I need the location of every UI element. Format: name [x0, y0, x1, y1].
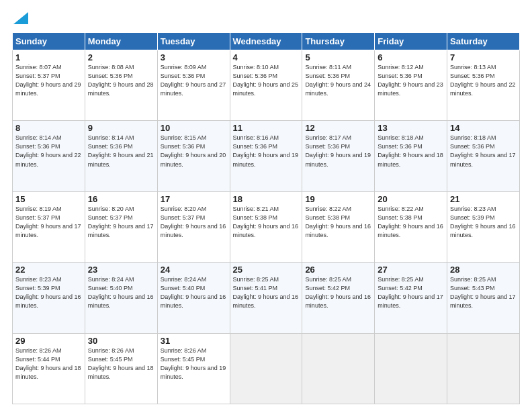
calendar-cell: 28Sunrise: 8:25 AM Sunset: 5:43 PM Dayli… — [447, 263, 520, 333]
cell-details: Sunrise: 8:08 AM Sunset: 5:36 PM Dayligh… — [88, 63, 154, 98]
day-number: 8 — [15, 123, 82, 133]
cell-details: Sunrise: 8:25 AM Sunset: 5:42 PM Dayligh… — [305, 275, 371, 310]
header — [12, 12, 520, 26]
day-number: 2 — [88, 52, 154, 62]
day-header-friday: Friday — [375, 33, 447, 50]
calendar-cell: 8Sunrise: 8:14 AM Sunset: 5:36 PM Daylig… — [13, 121, 85, 191]
calendar: SundayMondayTuesdayWednesdayThursdayFrid… — [12, 32, 520, 404]
day-number: 25 — [233, 265, 300, 275]
calendar-cell: 21Sunrise: 8:23 AM Sunset: 5:39 PM Dayli… — [447, 191, 520, 262]
cell-details: Sunrise: 8:26 AM Sunset: 5:44 PM Dayligh… — [15, 347, 82, 381]
logo-arrow-icon — [13, 12, 28, 24]
cell-details: Sunrise: 8:21 AM Sunset: 5:38 PM Dayligh… — [233, 205, 300, 240]
day-number: 30 — [88, 336, 154, 346]
calendar-cell: 20Sunrise: 8:22 AM Sunset: 5:38 PM Dayli… — [375, 191, 447, 262]
cell-details: Sunrise: 8:18 AM Sunset: 5:36 PM Dayligh… — [450, 134, 517, 169]
day-number: 22 — [15, 265, 82, 275]
page: SundayMondayTuesdayWednesdayThursdayFrid… — [0, 0, 532, 411]
cell-details: Sunrise: 8:23 AM Sunset: 5:39 PM Dayligh… — [450, 205, 517, 240]
cell-details: Sunrise: 8:18 AM Sunset: 5:36 PM Dayligh… — [378, 134, 444, 169]
day-header-monday: Monday — [85, 33, 157, 50]
cell-details: Sunrise: 8:12 AM Sunset: 5:36 PM Dayligh… — [378, 63, 444, 98]
calendar-cell: 12Sunrise: 8:17 AM Sunset: 5:36 PM Dayli… — [302, 121, 375, 191]
calendar-cell — [447, 333, 520, 404]
day-number: 27 — [378, 265, 444, 275]
calendar-week-1: 1Sunrise: 8:07 AM Sunset: 5:37 PM Daylig… — [13, 50, 520, 121]
cell-details: Sunrise: 8:19 AM Sunset: 5:37 PM Dayligh… — [15, 205, 82, 240]
day-number: 14 — [450, 123, 517, 133]
cell-details: Sunrise: 8:14 AM Sunset: 5:36 PM Dayligh… — [88, 134, 154, 169]
day-header-saturday: Saturday — [447, 33, 520, 50]
cell-details: Sunrise: 8:22 AM Sunset: 5:38 PM Dayligh… — [378, 205, 444, 240]
day-number: 11 — [233, 123, 300, 133]
cell-details: Sunrise: 8:25 AM Sunset: 5:42 PM Dayligh… — [378, 275, 444, 310]
day-number: 17 — [161, 194, 227, 204]
calendar-cell — [230, 333, 302, 404]
calendar-cell: 25Sunrise: 8:25 AM Sunset: 5:41 PM Dayli… — [230, 263, 302, 333]
day-header-tuesday: Tuesday — [157, 33, 230, 50]
calendar-cell: 2Sunrise: 8:08 AM Sunset: 5:36 PM Daylig… — [85, 50, 157, 121]
cell-details: Sunrise: 8:23 AM Sunset: 5:39 PM Dayligh… — [15, 275, 82, 310]
day-number: 6 — [378, 52, 444, 62]
calendar-cell: 6Sunrise: 8:12 AM Sunset: 5:36 PM Daylig… — [375, 50, 447, 121]
calendar-cell: 18Sunrise: 8:21 AM Sunset: 5:38 PM Dayli… — [230, 191, 302, 262]
day-number: 18 — [233, 194, 300, 204]
cell-details: Sunrise: 8:14 AM Sunset: 5:36 PM Dayligh… — [15, 134, 82, 169]
day-number: 5 — [305, 52, 371, 62]
svg-marker-0 — [13, 12, 28, 24]
cell-details: Sunrise: 8:15 AM Sunset: 5:36 PM Dayligh… — [161, 134, 227, 169]
calendar-cell: 19Sunrise: 8:22 AM Sunset: 5:38 PM Dayli… — [302, 191, 375, 262]
calendar-cell: 1Sunrise: 8:07 AM Sunset: 5:37 PM Daylig… — [13, 50, 85, 121]
cell-details: Sunrise: 8:16 AM Sunset: 5:36 PM Dayligh… — [233, 134, 300, 169]
calendar-cell: 10Sunrise: 8:15 AM Sunset: 5:36 PM Dayli… — [157, 121, 230, 191]
day-number: 29 — [15, 336, 82, 346]
calendar-week-3: 15Sunrise: 8:19 AM Sunset: 5:37 PM Dayli… — [13, 191, 520, 262]
day-header-thursday: Thursday — [302, 33, 375, 50]
day-number: 16 — [88, 194, 154, 204]
calendar-cell — [375, 333, 447, 404]
calendar-cell: 9Sunrise: 8:14 AM Sunset: 5:36 PM Daylig… — [85, 121, 157, 191]
cell-details: Sunrise: 8:24 AM Sunset: 5:40 PM Dayligh… — [88, 275, 154, 310]
cell-details: Sunrise: 8:10 AM Sunset: 5:36 PM Dayligh… — [233, 63, 300, 98]
calendar-cell: 29Sunrise: 8:26 AM Sunset: 5:44 PM Dayli… — [13, 333, 85, 404]
cell-details: Sunrise: 8:26 AM Sunset: 5:45 PM Dayligh… — [161, 347, 227, 381]
calendar-cell: 22Sunrise: 8:23 AM Sunset: 5:39 PM Dayli… — [13, 263, 85, 333]
calendar-cell: 31Sunrise: 8:26 AM Sunset: 5:45 PM Dayli… — [157, 333, 230, 404]
day-header-sunday: Sunday — [13, 33, 85, 50]
calendar-cell: 4Sunrise: 8:10 AM Sunset: 5:36 PM Daylig… — [230, 50, 302, 121]
cell-details: Sunrise: 8:20 AM Sunset: 5:37 PM Dayligh… — [161, 205, 227, 240]
calendar-cell: 16Sunrise: 8:20 AM Sunset: 5:37 PM Dayli… — [85, 191, 157, 262]
day-number: 13 — [378, 123, 444, 133]
day-number: 9 — [88, 123, 154, 133]
day-number: 31 — [161, 336, 227, 346]
day-number: 23 — [88, 265, 154, 275]
calendar-cell: 15Sunrise: 8:19 AM Sunset: 5:37 PM Dayli… — [13, 191, 85, 262]
calendar-cell: 7Sunrise: 8:13 AM Sunset: 5:36 PM Daylig… — [447, 50, 520, 121]
cell-details: Sunrise: 8:17 AM Sunset: 5:36 PM Dayligh… — [305, 134, 371, 169]
calendar-cell: 23Sunrise: 8:24 AM Sunset: 5:40 PM Dayli… — [85, 263, 157, 333]
day-number: 24 — [161, 265, 227, 275]
day-header-wednesday: Wednesday — [230, 33, 302, 50]
day-number: 15 — [15, 194, 82, 204]
calendar-header-row: SundayMondayTuesdayWednesdayThursdayFrid… — [13, 33, 520, 50]
calendar-cell: 5Sunrise: 8:11 AM Sunset: 5:36 PM Daylig… — [302, 50, 375, 121]
calendar-week-5: 29Sunrise: 8:26 AM Sunset: 5:44 PM Dayli… — [13, 333, 520, 404]
day-number: 26 — [305, 265, 371, 275]
calendar-cell: 11Sunrise: 8:16 AM Sunset: 5:36 PM Dayli… — [230, 121, 302, 191]
day-number: 1 — [15, 52, 82, 62]
cell-details: Sunrise: 8:24 AM Sunset: 5:40 PM Dayligh… — [161, 275, 227, 310]
cell-details: Sunrise: 8:25 AM Sunset: 5:41 PM Dayligh… — [233, 275, 300, 310]
calendar-cell: 26Sunrise: 8:25 AM Sunset: 5:42 PM Dayli… — [302, 263, 375, 333]
day-number: 20 — [378, 194, 444, 204]
calendar-cell: 13Sunrise: 8:18 AM Sunset: 5:36 PM Dayli… — [375, 121, 447, 191]
calendar-week-2: 8Sunrise: 8:14 AM Sunset: 5:36 PM Daylig… — [13, 121, 520, 191]
cell-details: Sunrise: 8:13 AM Sunset: 5:36 PM Dayligh… — [450, 63, 517, 98]
logo — [12, 12, 28, 26]
day-number: 10 — [161, 123, 227, 133]
cell-details: Sunrise: 8:25 AM Sunset: 5:43 PM Dayligh… — [450, 275, 517, 310]
calendar-cell: 3Sunrise: 8:09 AM Sunset: 5:36 PM Daylig… — [157, 50, 230, 121]
calendar-cell: 30Sunrise: 8:26 AM Sunset: 5:45 PM Dayli… — [85, 333, 157, 404]
cell-details: Sunrise: 8:09 AM Sunset: 5:36 PM Dayligh… — [161, 63, 227, 98]
day-number: 3 — [161, 52, 227, 62]
calendar-cell: 27Sunrise: 8:25 AM Sunset: 5:42 PM Dayli… — [375, 263, 447, 333]
